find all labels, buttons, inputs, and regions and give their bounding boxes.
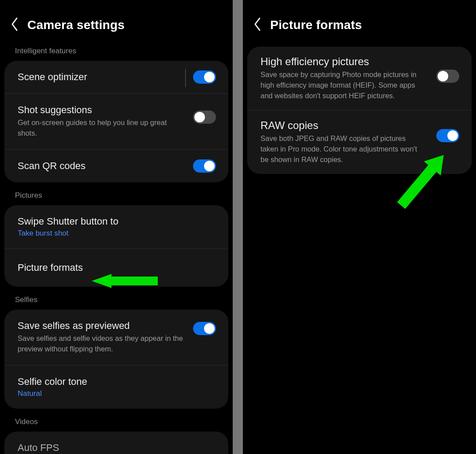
row-picture-formats[interactable]: Picture formats <box>4 248 228 287</box>
label: High efficiency pictures <box>260 55 458 68</box>
value: Take burst shot <box>18 229 215 238</box>
section-header-intelligent: Intelligent features <box>0 47 233 61</box>
page-title: Picture formats <box>270 18 362 32</box>
label: Picture formats <box>18 262 215 273</box>
label: RAW copies <box>260 119 458 132</box>
section-header-selfies: Selfies <box>0 295 233 310</box>
row-heif[interactable]: High efficiency pictures Save space by c… <box>247 47 472 110</box>
row-selfie-tone[interactable]: Selfie color tone Natural <box>4 365 228 409</box>
sublabel: Get on-screen guides to help you line up… <box>18 118 185 139</box>
section-header-videos: Videos <box>0 417 233 432</box>
card-pictures: Swipe Shutter button to Take burst shot … <box>4 205 228 287</box>
toggle-scene-optimizer[interactable] <box>193 70 216 84</box>
row-swipe-shutter[interactable]: Swipe Shutter button to Take burst shot <box>4 205 228 248</box>
row-scene-optimizer[interactable]: Scene optimizer <box>4 61 228 93</box>
toggle-scan-qr[interactable] <box>193 159 216 173</box>
row-raw-copies[interactable]: RAW copies Save both JPEG and RAW copies… <box>247 110 472 174</box>
label: Save selfies as previewed <box>18 320 215 332</box>
appbar: Camera settings <box>0 0 233 47</box>
row-save-selfies[interactable]: Save selfies as previewed Save selfies a… <box>4 310 228 365</box>
label: Shot suggestions <box>18 104 215 116</box>
picture-formats-screen: Picture formats High efficiency pictures… <box>243 0 476 454</box>
toggle-heif[interactable] <box>436 70 459 83</box>
row-auto-fps[interactable]: Auto FPS <box>4 432 228 454</box>
row-shot-suggestions[interactable]: Shot suggestions Get on-screen guides to… <box>4 93 228 149</box>
camera-settings-screen: Camera settings Intelligent features Sce… <box>0 0 233 454</box>
label: Scan QR codes <box>18 160 215 172</box>
section-header-pictures: Pictures <box>0 191 233 205</box>
sublabel: Save selfies and selfie videos as they a… <box>18 333 185 354</box>
toggle-save-selfies[interactable] <box>193 322 216 335</box>
toggle-shot-suggestions[interactable] <box>193 111 216 124</box>
sublabel: Save space by capturing Photo mode pictu… <box>260 70 419 101</box>
back-icon[interactable] <box>10 17 19 33</box>
sublabel: Save both JPEG and RAW copies of picture… <box>260 133 419 165</box>
value: Natural <box>18 389 215 398</box>
back-icon[interactable] <box>253 17 262 33</box>
card-picture-formats: High efficiency pictures Save space by c… <box>247 47 472 174</box>
toggle-raw-copies[interactable] <box>436 129 459 142</box>
card-selfies: Save selfies as previewed Save selfies a… <box>4 310 228 409</box>
label: Selfie color tone <box>18 376 215 388</box>
divider-vertical <box>185 69 186 87</box>
card-videos: Auto FPS <box>4 432 228 454</box>
page-title: Camera settings <box>27 18 125 32</box>
row-scan-qr[interactable]: Scan QR codes <box>4 149 228 182</box>
label: Swipe Shutter button to <box>18 216 215 227</box>
card-intelligent-features: Scene optimizer Shot suggestions Get on-… <box>4 61 228 182</box>
appbar: Picture formats <box>243 0 476 47</box>
label: Auto FPS <box>18 442 215 454</box>
